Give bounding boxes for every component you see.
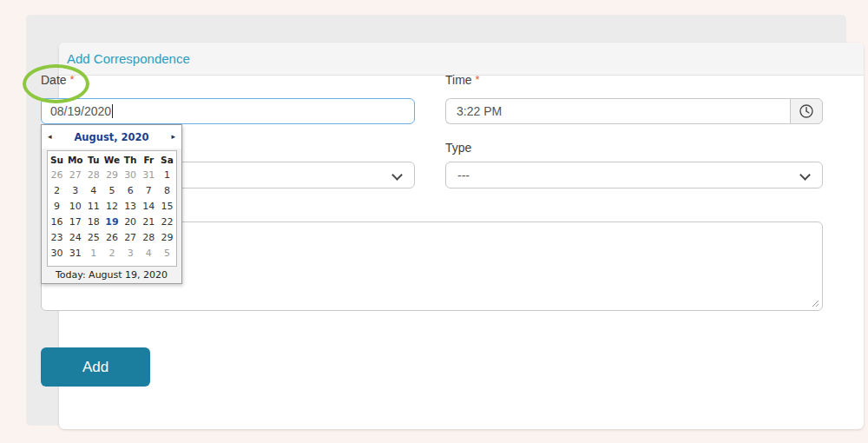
calendar-day[interactable]: 5 (158, 246, 176, 261)
resize-handle-icon[interactable] (811, 299, 819, 307)
calendar-day[interactable]: 9 (48, 199, 66, 215)
calendar-day[interactable]: 3 (66, 183, 84, 199)
calendar-day[interactable]: 1 (158, 168, 176, 183)
calendar-day[interactable]: 26 (102, 230, 121, 246)
calendar-day[interactable]: 16 (48, 215, 66, 230)
required-asterisk: * (476, 73, 480, 86)
calendar-day[interactable]: 5 (102, 183, 121, 199)
calendar-day[interactable]: 29 (158, 230, 176, 246)
calendar-day[interactable]: 15 (158, 199, 176, 215)
calendar-grid: SuMoTuWeThFrSa26272829303112345678910111… (47, 150, 177, 267)
calendar-day[interactable]: 30 (48, 246, 66, 261)
date-input[interactable]: 08/19/2020 (41, 98, 415, 124)
calendar-dow-label: Tu (84, 152, 102, 168)
calendar-day[interactable]: 7 (140, 183, 158, 199)
date-input-value: 08/19/2020 (50, 104, 111, 118)
calendar-day[interactable]: 28 (84, 168, 102, 183)
calendar-day[interactable]: 31 (66, 246, 84, 261)
clock-icon (799, 103, 814, 119)
calendar-day[interactable]: 12 (102, 199, 121, 215)
calendar-day[interactable]: 26 (48, 168, 66, 183)
calendar-day[interactable]: 11 (84, 199, 102, 215)
required-asterisk: * (70, 73, 75, 86)
date-picker-popup: ◂ August, 2020 ▸ SuMoTuWeThFrSa262728293… (41, 124, 182, 284)
calendar-day[interactable]: 24 (66, 230, 84, 246)
chevron-down-icon (799, 169, 811, 181)
calendar-day[interactable]: 17 (66, 215, 84, 230)
calendar-dow-label: Fr (140, 152, 158, 168)
add-button[interactable]: Add (41, 347, 150, 387)
calendar-day[interactable]: 4 (84, 183, 102, 199)
text-caret (112, 104, 113, 118)
calendar-dow-label: Su (48, 152, 66, 168)
calendar-day[interactable]: 22 (158, 215, 176, 230)
calendar-dow-label: Sa (158, 152, 176, 168)
calendar-day[interactable]: 27 (122, 230, 140, 246)
calendar-day[interactable]: 20 (122, 215, 140, 230)
type-label: Type (445, 141, 471, 155)
next-month-icon[interactable]: ▸ (171, 133, 175, 141)
time-input-value: 3:22 PM (457, 104, 502, 118)
calendar-day[interactable]: 25 (84, 230, 102, 246)
calendar-day[interactable]: 13 (122, 199, 140, 215)
calendar-today-link[interactable]: Today: August 19, 2020 (42, 269, 181, 281)
calendar-day[interactable]: 6 (122, 183, 140, 199)
calendar-day[interactable]: 28 (140, 230, 158, 246)
calendar-day[interactable]: 1 (84, 246, 102, 261)
calendar-day[interactable]: 21 (140, 215, 158, 230)
date-label: Date* (41, 73, 75, 87)
calendar-day[interactable]: 31 (140, 168, 158, 183)
calendar-day-today[interactable]: 19 (102, 215, 121, 230)
panel-title: Add Correspondence (67, 51, 190, 66)
chevron-down-icon (391, 169, 403, 181)
calendar-day[interactable]: 4 (140, 246, 158, 261)
time-input-group: 3:22 PM (445, 98, 823, 124)
calendar-day[interactable]: 14 (140, 199, 158, 215)
calendar-day[interactable]: 8 (158, 183, 176, 199)
calendar-day[interactable]: 30 (122, 168, 140, 183)
calendar-header: ◂ August, 2020 ▸ (42, 125, 181, 149)
time-label: Time* (445, 73, 480, 87)
calendar-day[interactable]: 27 (66, 168, 84, 183)
type-select[interactable]: --- (445, 162, 823, 188)
calendar-month-label[interactable]: August, 2020 (52, 131, 172, 143)
calendar-day[interactable]: 10 (66, 199, 84, 215)
panel-header: Add Correspondence (59, 43, 864, 76)
calendar-day[interactable]: 2 (48, 183, 66, 199)
calendar-day[interactable]: 18 (84, 215, 102, 230)
time-picker-button[interactable] (790, 98, 823, 124)
calendar-day[interactable]: 3 (122, 246, 140, 261)
calendar-day[interactable]: 23 (48, 230, 66, 246)
time-input[interactable]: 3:22 PM (445, 98, 790, 124)
calendar-day[interactable]: 2 (102, 246, 121, 261)
calendar-dow-label: Th (122, 152, 140, 168)
calendar-dow-label: Mo (66, 152, 84, 168)
type-select-value: --- (457, 169, 470, 182)
calendar-dow-label: We (102, 152, 121, 168)
calendar-day[interactable]: 29 (102, 168, 121, 183)
